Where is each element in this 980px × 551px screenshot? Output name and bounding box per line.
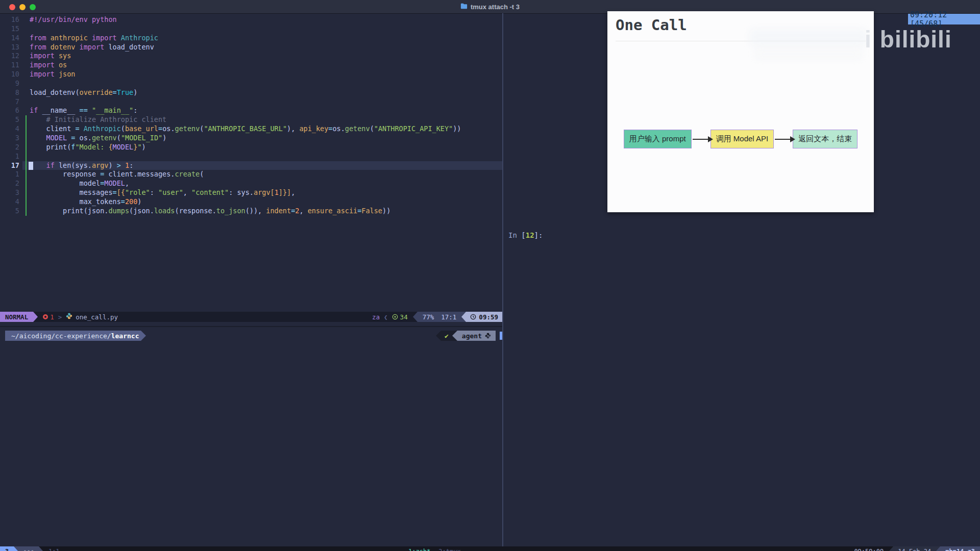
line-number: 15	[0, 24, 19, 34]
git-sign	[19, 188, 30, 197]
filename[interactable]: one_call.py	[76, 313, 118, 321]
powerline-arrow	[436, 331, 441, 341]
code-text: max_tokens=200)	[30, 197, 141, 207]
cwd-prefix: ~/aicoding/cc-experience/	[11, 332, 111, 340]
pane-divider-vertical[interactable]	[502, 13, 503, 551]
code-line[interactable]: 3 messages=[{"role": "user", "content": …	[0, 188, 502, 197]
tmux-window-tab[interactable]: 2:tmux	[438, 548, 460, 551]
vim-statusline: NORMAL 1 > one_call.py za ❮ 34 77% 17:1 …	[0, 312, 502, 322]
sign-column	[19, 52, 30, 61]
ipython-prompt[interactable]: In [12]:	[508, 231, 543, 239]
pane-divider-horizontal[interactable]	[0, 326, 502, 327]
close-button[interactable]	[9, 4, 15, 10]
editor-pane[interactable]: 16#!/usr/bin/env python1514from anthropi…	[0, 13, 502, 216]
tmux-session[interactable]: 3	[0, 546, 14, 551]
code-line[interactable]: 1	[0, 152, 502, 161]
git-icon	[392, 314, 398, 320]
code-line[interactable]: 4 client = Anthropic(base_url=os.getenv(…	[0, 124, 502, 134]
git-status: 34	[392, 313, 408, 321]
agent-badge[interactable]: agent	[457, 331, 496, 341]
cwd-path[interactable]: ~/aicoding/cc-experience/learncc	[5, 331, 141, 341]
error-icon	[43, 314, 48, 319]
code-line[interactable]: 7	[0, 97, 502, 107]
code-line[interactable]: 5 print(json.dumps(json.loads(response.t…	[0, 207, 502, 216]
line-number: 4	[0, 124, 19, 134]
clock-segment: 09:59	[466, 312, 502, 322]
sign-column	[19, 61, 30, 70]
sign-column	[19, 88, 30, 97]
code-line[interactable]: 12import sys	[0, 52, 502, 61]
code-line[interactable]: 15	[0, 24, 502, 34]
git-sign	[19, 134, 30, 143]
git-count: 34	[400, 313, 408, 321]
line-number: 7	[0, 97, 19, 107]
line-number: 4	[0, 197, 19, 207]
line-number: 11	[0, 61, 19, 70]
code-lines: 16#!/usr/bin/env python1514from anthropi…	[0, 15, 502, 216]
code-text: # Initialize Anthropic client	[30, 115, 166, 124]
code-line[interactable]: 9	[0, 79, 502, 88]
blurred-watermark	[749, 29, 868, 46]
git-sign	[19, 197, 30, 207]
code-line[interactable]: 14from anthropic import Anthropic	[0, 34, 502, 43]
terminal-window: tmux attach -t 3 16#!/usr/bin/env python…	[0, 0, 980, 551]
tmux-pane-position: 1:1	[48, 548, 60, 551]
sign-column	[19, 79, 30, 88]
exit-status-ok: ✔	[441, 331, 452, 341]
error-count: 1	[50, 313, 54, 321]
code-line[interactable]: 13from dotenv import load_dotenv	[0, 43, 502, 52]
code-text: print(json.dumps(json.loads(response.to_…	[30, 207, 390, 216]
code-text: from anthropic import Anthropic	[30, 34, 158, 43]
code-line[interactable]: 5 # Initialize Anthropic client	[0, 115, 502, 124]
code-text: from dotenv import load_dotenv	[30, 43, 154, 52]
sign-column	[19, 70, 30, 79]
watermark-letter: i	[865, 26, 872, 53]
window-title: tmux attach -t 3	[460, 3, 520, 11]
git-sign	[19, 115, 30, 124]
diagnostics-error[interactable]: 1	[43, 313, 54, 321]
line-number: 1	[0, 152, 19, 161]
tmux-window-tab[interactable]: 1:zsh*	[408, 548, 430, 551]
line-number: 16	[0, 15, 19, 24]
code-line[interactable]: 10import json	[0, 70, 502, 79]
git-sign	[19, 170, 30, 179]
separator-chevron: >	[58, 313, 62, 321]
code-text: import sys	[30, 52, 71, 61]
code-text: import os	[30, 61, 67, 70]
flow-arrow-icon	[775, 139, 791, 140]
tmux-time: 09:59:09	[849, 548, 889, 551]
cursor-position: 17:1	[441, 313, 456, 321]
code-line[interactable]: 6if __name__ == "__main__":	[0, 106, 502, 115]
ipython-in-label: In	[508, 231, 517, 239]
shell-prompt[interactable]: ~/aicoding/cc-experience/learncc ✔ agent	[0, 330, 502, 341]
git-sign	[19, 143, 30, 152]
code-line[interactable]: 11import os	[0, 61, 502, 70]
code-line[interactable]: 1 response = client.messages.create(	[0, 170, 502, 179]
bracket: [	[521, 231, 525, 239]
code-line[interactable]: 2 print(f"Model: {MODEL}")	[0, 143, 502, 152]
line-number: 2	[0, 143, 19, 152]
code-text: import json	[30, 70, 75, 79]
code-line[interactable]: 4 max_tokens=200)	[0, 197, 502, 207]
video-timestamp-overlay: 09:20:12 [45/68]	[908, 14, 980, 24]
clock-icon	[470, 314, 476, 320]
code-line[interactable]: 3 MODEL = os.getenv("MODEL_ID")	[0, 134, 502, 143]
line-number: 3	[0, 188, 19, 197]
minimize-button[interactable]	[19, 4, 26, 10]
code-line[interactable]: 2 model=MODEL,	[0, 179, 502, 188]
line-number: 5	[0, 207, 19, 216]
code-line[interactable]: 8load_dotenv(override=True)	[0, 88, 502, 97]
git-sign	[19, 152, 30, 161]
code-text: if len(sys.argv) > 1:	[30, 161, 133, 170]
zoom-button[interactable]	[30, 4, 36, 10]
flow-step: 调用 Model API	[710, 130, 774, 148]
powerline-arrow	[14, 546, 18, 551]
code-line[interactable]: 17 if len(sys.argv) > 1:	[0, 161, 502, 170]
vim-cursor	[29, 162, 33, 170]
code-line[interactable]: 16#!/usr/bin/env python	[0, 15, 502, 24]
code-text: #!/usr/bin/env python	[30, 15, 117, 24]
sign-column	[19, 97, 30, 107]
slide-title: One Call	[616, 16, 687, 34]
line-number: 14	[0, 34, 19, 43]
line-number: 1	[0, 170, 19, 179]
